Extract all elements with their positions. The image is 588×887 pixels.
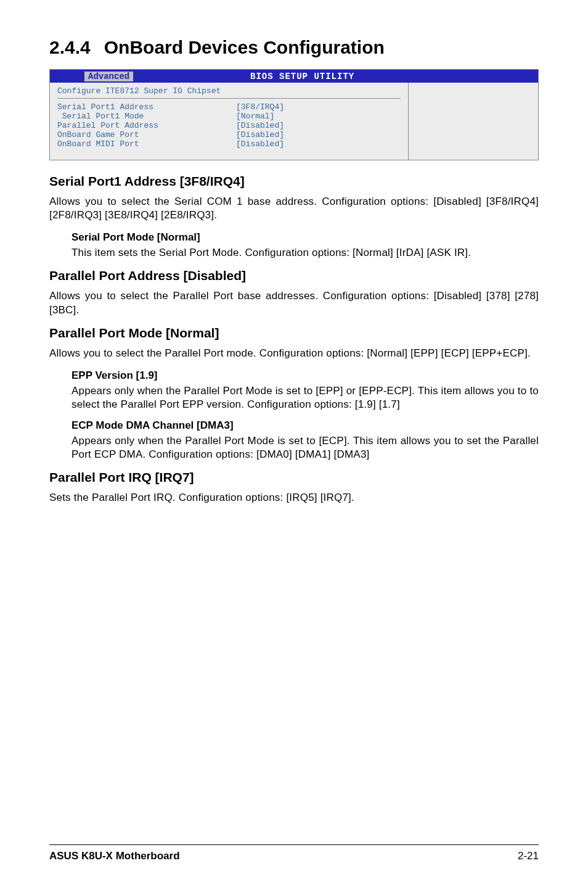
bios-row: Parallel Port Address [Disabled]: [57, 121, 401, 130]
indent-heading: EPP Version [1.9]: [71, 369, 539, 382]
bios-row-value: [Normal]: [236, 112, 274, 121]
page-footer: ASUS K8U-X Motherboard 2-21: [49, 844, 539, 862]
bios-row-value: [3F8/IRQ4]: [236, 102, 284, 112]
subsection-heading: Parallel Port IRQ [IRQ7]: [49, 470, 539, 485]
bios-row-value: [Disabled]: [236, 130, 284, 139]
bios-row: Serial Port1 Address [3F8/IRQ4]: [57, 102, 401, 112]
section-heading: 2.4.4OnBoard Devices Configuration: [49, 37, 539, 58]
bios-left-panel: Configure ITE8712 Super IO Chipset Seria…: [50, 83, 408, 160]
bios-header: Advanced BIOS SETUP UTILITY: [50, 70, 538, 83]
bios-rows: Serial Port1 Address [3F8/IRQ4] Serial P…: [57, 102, 401, 149]
bios-row-value: [Disabled]: [236, 139, 284, 149]
footer-product: ASUS K8U-X Motherboard: [49, 850, 180, 862]
subsection-heading: Parallel Port Mode [Normal]: [49, 326, 539, 340]
indent-block: ECP Mode DMA Channel [DMA3] Appears only…: [71, 419, 539, 462]
body-paragraph: Allows you to select the Parallel Port m…: [49, 347, 539, 360]
bios-header-title: BIOS SETUP UTILITY: [71, 72, 533, 81]
subsection-heading: Parallel Port Address [Disabled]: [49, 268, 539, 283]
bios-row-value: [Disabled]: [236, 121, 284, 130]
indent-heading: ECP Mode DMA Channel [DMA3]: [71, 419, 539, 432]
bios-body: Configure ITE8712 Super IO Chipset Seria…: [50, 83, 538, 160]
bios-row-label: OnBoard Game Port: [57, 130, 236, 139]
bios-screenshot: Advanced BIOS SETUP UTILITY Configure IT…: [49, 69, 539, 160]
footer-page-number: 2-21: [518, 850, 539, 862]
bios-row-label: Serial Port1 Address: [57, 102, 236, 112]
indent-block: EPP Version [1.9] Appears only when the …: [71, 369, 539, 412]
bios-row-label: OnBoard MIDI Port: [57, 139, 236, 149]
bios-row: Serial Port1 Mode [Normal]: [57, 112, 401, 121]
section-number: 2.4.4: [49, 37, 91, 58]
section-title: OnBoard Devices Configuration: [104, 37, 385, 57]
subsection-heading: Serial Port1 Address [3F8/IRQ4]: [49, 174, 539, 189]
body-paragraph: Sets the Parallel Port IRQ. Configuratio…: [49, 491, 539, 505]
indent-text: Appears only when the Parallel Port Mode…: [71, 384, 539, 412]
indent-text: This item sets the Serial Port Mode. Con…: [71, 246, 539, 260]
indent-text: Appears only when the Parallel Port Mode…: [71, 434, 539, 462]
body-paragraph: Allows you to select the Serial COM 1 ba…: [49, 195, 539, 223]
indent-block: Serial Port Mode [Normal] This item sets…: [71, 231, 539, 260]
indent-heading: Serial Port Mode [Normal]: [71, 231, 539, 244]
body-paragraph: Allows you to select the Parallel Port b…: [49, 289, 539, 317]
page: 2.4.4OnBoard Devices Configuration Advan…: [0, 0, 588, 887]
bios-row-label: Serial Port1 Mode: [57, 112, 236, 121]
bios-row-label: Parallel Port Address: [57, 121, 236, 130]
bios-subheader: Configure ITE8712 Super IO Chipset: [57, 86, 401, 99]
bios-row: OnBoard Game Port [Disabled]: [57, 130, 401, 139]
bios-right-panel: [408, 83, 538, 160]
bios-row: OnBoard MIDI Port [Disabled]: [57, 139, 401, 149]
